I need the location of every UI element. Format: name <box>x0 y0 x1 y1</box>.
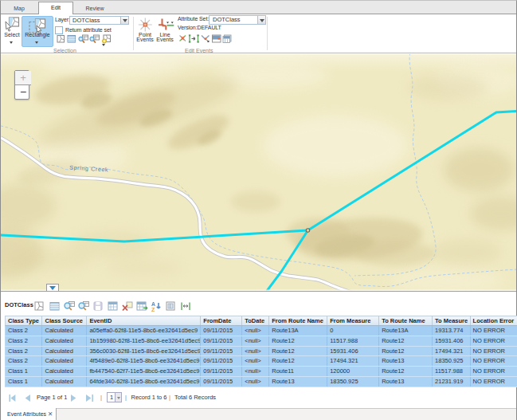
svg-text:Z: Z <box>151 307 155 312</box>
